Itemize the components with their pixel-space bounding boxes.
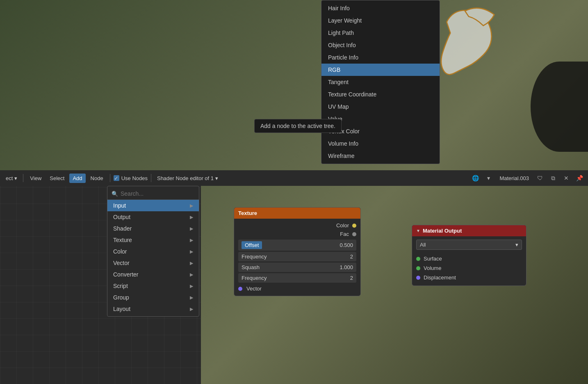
fac-output-label: Fac [340, 231, 349, 237]
chevron-down-icon: ▾ [14, 175, 17, 181]
input-item-object-info[interactable]: Object Info [321, 39, 440, 51]
view-menu[interactable]: View [27, 174, 45, 183]
input-item-wireframe[interactable]: Wireframe [321, 150, 440, 162]
material-output-node: ▼ Material Output All ▾ Surface Volume D… [412, 225, 526, 286]
editor-type-dropdown[interactable]: ect ▾ [3, 174, 20, 183]
material-output-body: All ▾ Surface Volume Displacement [412, 236, 526, 286]
target-select[interactable]: All ▾ [416, 240, 522, 250]
add-menu-button[interactable]: Add [69, 174, 85, 183]
frequency-value-2: 2 [350, 275, 353, 281]
input-item-hair-info[interactable]: Hair Info [321, 2, 440, 14]
displacement-label: Displacement [424, 274, 456, 281]
separator-3 [151, 174, 151, 182]
squash-field[interactable]: Squash 1.000 [238, 263, 356, 272]
collapse-triangle-icon[interactable]: ▼ [416, 229, 420, 233]
menu-item-input[interactable]: Input ▶ [107, 200, 199, 211]
menu-item-shader-label: Shader [113, 225, 132, 232]
frequency-field-2[interactable]: Frequency 2 [238, 273, 356, 283]
input-item-volume-info[interactable]: Volume Info [321, 137, 440, 150]
frequency-label-1: Frequency [242, 254, 267, 260]
arrow-icon-group: ▶ [190, 295, 193, 300]
texture-node: Texture Color Fac Offset 0.500 Frequency… [234, 207, 361, 296]
node-menu[interactable]: Node [87, 174, 107, 183]
fac-output-row: Fac [238, 230, 356, 238]
menu-item-texture[interactable]: Texture ▶ [107, 234, 199, 246]
vector-socket[interactable] [238, 287, 242, 291]
arrow-icon-texture: ▶ [190, 238, 193, 243]
use-nodes-label: Use Nodes [121, 175, 148, 181]
chevron-down-icon-4: ▾ [515, 242, 518, 248]
vector-label: Vector [246, 286, 262, 292]
menu-item-group[interactable]: Group ▶ [107, 292, 199, 303]
target-select-value: All [420, 242, 426, 248]
node-tree-label: Shader Node editor of 1 [157, 175, 214, 181]
menu-item-shader[interactable]: Shader ▶ [107, 223, 199, 234]
arrow-icon-converter: ▶ [190, 272, 193, 277]
volume-socket[interactable] [416, 266, 420, 270]
menu-item-texture-label: Texture [113, 237, 132, 243]
input-item-tangent[interactable]: Tangent [321, 76, 440, 88]
close-icon[interactable]: ✕ [561, 173, 572, 183]
input-item-rgb[interactable]: RGB [321, 64, 440, 76]
menu-item-layout-label: Layout [113, 306, 130, 312]
menu-item-color[interactable]: Color ▶ [107, 246, 199, 257]
volume-socket-row: Volume [416, 263, 522, 273]
chevron-down-icon-3[interactable]: ▾ [483, 173, 494, 183]
menu-item-converter-label: Converter [113, 271, 138, 278]
texture-node-header: Texture [234, 208, 360, 219]
arrow-icon-shader: ▶ [190, 226, 193, 231]
tooltip: Add a node to the active tree. [254, 119, 342, 133]
arrow-icon-script: ▶ [190, 283, 193, 289]
sphere-icon-button[interactable]: 🌐 [470, 173, 481, 183]
menu-item-script[interactable]: Script ▶ [107, 280, 199, 292]
use-nodes-toggle[interactable]: ✓ Use Nodes [114, 175, 148, 181]
offset-field[interactable]: Offset 0.500 [238, 240, 356, 251]
menu-item-output[interactable]: Output ▶ [107, 211, 199, 223]
displacement-socket-row: Displacement [416, 273, 522, 282]
shield-icon[interactable]: 🛡 [535, 173, 545, 183]
displacement-socket[interactable] [416, 276, 420, 280]
menu-item-script-label: Script [113, 283, 128, 289]
menu-item-color-label: Color [113, 248, 127, 255]
separator-2 [110, 174, 110, 182]
menu-item-output-label: Output [113, 214, 130, 220]
tooltip-text: Add a node to the active tree. [260, 123, 335, 129]
menu-item-layout[interactable]: Layout ▶ [107, 303, 199, 315]
chevron-down-icon-2: ▾ [215, 175, 218, 181]
frequency-field-1[interactable]: Frequency 2 [238, 252, 356, 261]
input-item-layer-weight[interactable]: Layer Weight [321, 14, 440, 27]
dark-object [531, 62, 588, 152]
input-item-uv-map[interactable]: UV Map [321, 101, 440, 113]
arrow-icon-input: ▶ [190, 203, 193, 208]
surface-label: Surface [424, 256, 442, 262]
arrow-icon-vector: ▶ [190, 261, 193, 266]
input-item-texture-coord[interactable]: Texture Coordinate [321, 88, 440, 101]
search-input[interactable] [121, 190, 195, 197]
separator-1 [23, 174, 23, 182]
surface-socket[interactable] [416, 257, 420, 261]
color-output-label: Color [336, 222, 349, 229]
color-socket[interactable] [352, 224, 356, 228]
pin-icon[interactable]: 📌 [574, 173, 585, 183]
surface-socket-row: Surface [416, 254, 522, 263]
material-output-title: Material Output [423, 228, 462, 234]
fac-socket[interactable] [352, 232, 356, 236]
copy-icon[interactable]: ⧉ [548, 173, 558, 183]
top-toolbar: ect ▾ View Select Add Node ✓ Use Nodes S… [0, 170, 588, 186]
use-nodes-checkbox[interactable]: ✓ [114, 175, 119, 181]
input-submenu: Hair Info Layer Weight Light Path Object… [321, 0, 440, 164]
select-menu[interactable]: Select [46, 174, 68, 183]
menu-item-vector[interactable]: Vector ▶ [107, 257, 199, 269]
node-tree-selector[interactable]: Shader Node editor of 1 ▾ [155, 174, 221, 183]
add-submenu: 🔍 Input ▶ Output ▶ Shader ▶ Texture ▶ Co… [107, 186, 199, 317]
input-item-light-path[interactable]: Light Path [321, 27, 440, 39]
menu-item-vector-label: Vector [113, 260, 130, 266]
editor-type-label: ect [6, 175, 13, 181]
arrow-icon-color: ▶ [190, 249, 193, 254]
menu-item-converter[interactable]: Converter ▶ [107, 269, 199, 280]
frequency-value-1: 2 [350, 254, 353, 260]
input-item-particle-info[interactable]: Particle Info [321, 51, 440, 64]
texture-node-body: Color Fac Offset 0.500 Frequency 2 Squas… [234, 219, 360, 296]
material-name: Material.003 [496, 174, 532, 183]
squash-label: Squash [242, 264, 260, 270]
